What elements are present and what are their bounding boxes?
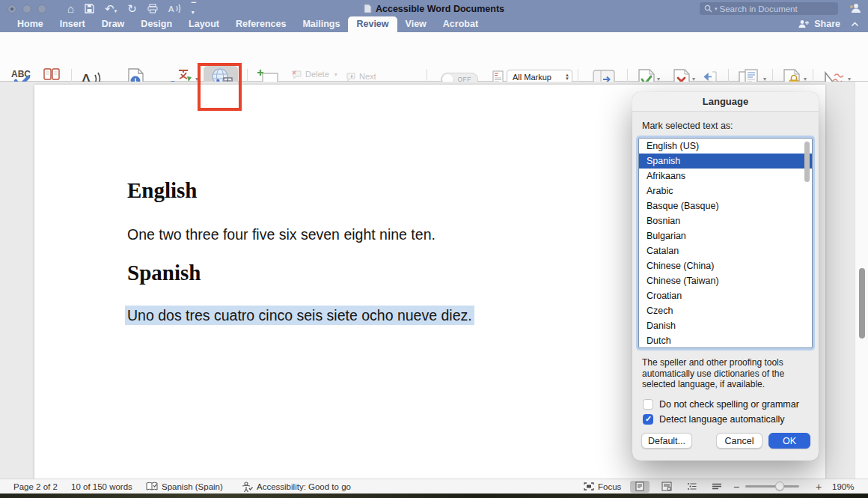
customize-toolbar-icon[interactable]: ▔▾ xyxy=(192,2,196,16)
dialog-title: Language xyxy=(703,96,748,107)
undo-button[interactable]: ↶▾ xyxy=(105,2,117,16)
tab-insert[interactable]: Insert xyxy=(52,16,94,32)
list-scrollbar-thumb[interactable] xyxy=(804,142,810,182)
language-option[interactable]: Dutch xyxy=(639,333,812,348)
cancel-button[interactable]: Cancel xyxy=(716,433,762,449)
zoom-slider-track[interactable] xyxy=(745,485,799,488)
select-stepper-icon: ▲▼ xyxy=(565,73,569,81)
draft-view-button[interactable] xyxy=(707,481,727,493)
language-option[interactable]: English (US) xyxy=(639,139,812,154)
delete-comment-icon xyxy=(292,70,302,79)
scrollbar-thumb[interactable] xyxy=(859,268,865,338)
title-bar: ⌂ ↶▾ ↻ A ▔▾ Accessible Word Documents ▾ … xyxy=(0,0,868,17)
svg-text:A: A xyxy=(168,4,174,13)
next-label: Next xyxy=(359,72,376,81)
no-spellcheck-label: Do not check spelling or grammar xyxy=(659,399,799,410)
language-option[interactable]: Chinese (Taiwan) xyxy=(639,273,812,288)
zoom-level[interactable]: 190% xyxy=(832,479,854,494)
vertical-scrollbar[interactable] xyxy=(855,82,868,479)
default-button[interactable]: Default... xyxy=(641,433,692,449)
page-indicator[interactable]: Page 2 of 2 xyxy=(13,479,58,494)
tab-design[interactable]: Design xyxy=(132,16,180,32)
outline-view-button[interactable] xyxy=(682,481,702,493)
zoom-slider[interactable] xyxy=(745,479,799,494)
zoom-out-button[interactable]: − xyxy=(733,479,739,494)
delete-label: Delete xyxy=(305,70,329,79)
proofing-book-icon xyxy=(146,482,158,491)
document-area: English One two three four five six seve… xyxy=(0,82,868,479)
word-count[interactable]: 10 of 150 words xyxy=(71,479,132,494)
share-icon xyxy=(798,19,810,28)
no-spellcheck-checkbox[interactable] xyxy=(643,399,653,410)
dialog-prompt: Mark selected text as: xyxy=(642,121,733,131)
accessibility-person-icon xyxy=(241,482,253,492)
zoom-window-button[interactable] xyxy=(37,4,46,13)
accessibility-status[interactable]: Accessibility: Good to go xyxy=(241,479,351,494)
share-button[interactable]: Share xyxy=(814,19,840,29)
language-option[interactable]: Arabic xyxy=(639,183,812,198)
minimize-button[interactable] xyxy=(22,4,31,13)
draft-view-icon xyxy=(712,483,722,491)
dialog-title-bar[interactable]: Language xyxy=(632,92,819,112)
proofing-status[interactable]: Spanish (Spain) xyxy=(146,479,223,494)
thesaurus-icon[interactable] xyxy=(43,68,60,81)
collapse-ribbon-icon[interactable] xyxy=(851,22,859,27)
previous-change-icon[interactable] xyxy=(703,71,717,82)
document-icon xyxy=(364,4,372,13)
detect-language-row: Detect language automatically xyxy=(643,414,784,425)
search-placeholder: Search in Document xyxy=(720,4,798,13)
heading-english: English xyxy=(127,178,198,203)
language-option[interactable]: Czech xyxy=(639,303,812,318)
tab-draw[interactable]: Draw xyxy=(94,16,133,32)
ribbon: ABC Spelling & Grammar ABC123 A Read Alo… xyxy=(0,32,868,82)
tab-review[interactable]: Review xyxy=(348,16,397,32)
no-spellcheck-row: Do not check spelling or grammar xyxy=(643,399,799,410)
language-option[interactable]: Catalan xyxy=(639,243,812,258)
tab-layout[interactable]: Layout xyxy=(180,16,227,32)
language-dialog: Language Mark selected text as: English … xyxy=(632,92,819,461)
language-option[interactable]: Croatian xyxy=(639,288,812,303)
language-option[interactable]: Bulgarian xyxy=(639,228,812,243)
next-comment-button[interactable]: Next xyxy=(346,72,376,81)
language-option[interactable]: Chinese (China) xyxy=(639,258,812,273)
search-field[interactable]: ▾ Search in Document xyxy=(700,2,838,15)
accessibility-status-text: Accessibility: Good to go xyxy=(257,482,351,491)
language-option[interactable]: Bosnian xyxy=(639,213,812,228)
language-option[interactable]: Spanish xyxy=(639,154,812,168)
save-icon[interactable] xyxy=(85,4,94,13)
print-layout-icon xyxy=(635,482,644,491)
tab-references[interactable]: References xyxy=(227,16,294,32)
home-icon[interactable]: ⌂ xyxy=(67,3,74,14)
language-list[interactable]: English (US)SpanishAfrikaansArabicBasque… xyxy=(638,138,813,348)
read-aloud-icon[interactable]: A xyxy=(168,4,181,13)
delete-comment-button[interactable]: Delete▾ xyxy=(292,70,337,79)
tab-mailings[interactable]: Mailings xyxy=(294,16,348,32)
language-option[interactable]: Danish xyxy=(639,318,812,333)
print-icon[interactable] xyxy=(147,4,158,13)
zoom-slider-knob[interactable] xyxy=(775,482,784,491)
word-window: ⌂ ↶▾ ↻ A ▔▾ Accessible Word Documents ▾ … xyxy=(0,0,868,498)
ok-button[interactable]: OK xyxy=(768,433,810,449)
detect-language-label: Detect language automatically xyxy=(659,414,784,425)
outline-view-icon xyxy=(687,482,697,491)
tab-home[interactable]: Home xyxy=(9,16,52,32)
redo-icon[interactable]: ↻ xyxy=(127,3,137,14)
tab-acrobat[interactable]: Acrobat xyxy=(435,16,486,32)
close-button[interactable] xyxy=(7,4,16,13)
web-layout-icon xyxy=(661,482,672,491)
ribbon-tab-bar: HomeInsertDrawDesignLayoutReferencesMail… xyxy=(0,17,868,32)
traffic-lights xyxy=(7,4,46,13)
detect-language-checkbox[interactable] xyxy=(643,414,653,425)
print-layout-view-button[interactable] xyxy=(630,481,650,493)
search-scope-caret-icon: ▾ xyxy=(715,6,718,12)
focus-button[interactable]: Focus xyxy=(584,479,621,494)
tab-view[interactable]: View xyxy=(397,16,435,32)
account-icon[interactable] xyxy=(849,2,861,14)
zoom-in-button[interactable]: + xyxy=(816,479,822,494)
web-layout-view-button[interactable] xyxy=(657,481,676,493)
language-option[interactable]: Afrikaans xyxy=(639,168,812,183)
language-option[interactable]: Basque (Basque) xyxy=(639,198,812,213)
paragraph-english: One two three four five six seven eight … xyxy=(127,226,435,243)
next-comment-icon xyxy=(346,73,355,81)
status-bar: Page 2 of 2 10 of 150 words Spanish (Spa… xyxy=(0,479,868,494)
